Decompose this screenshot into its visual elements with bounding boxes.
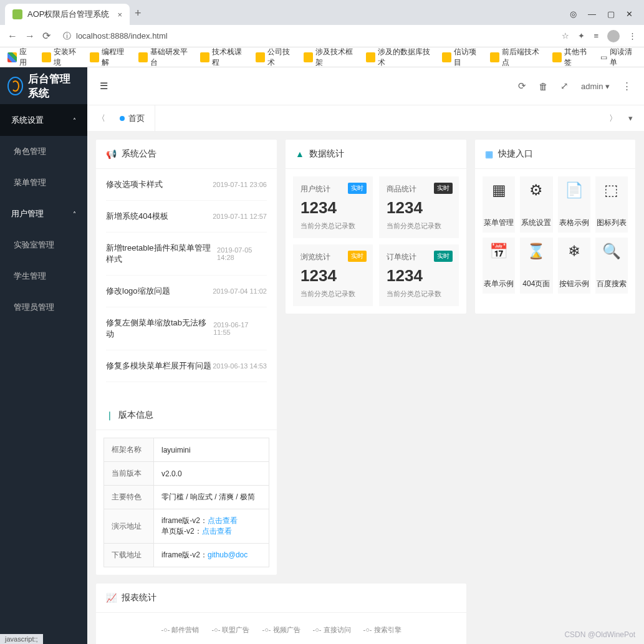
chart-title: 报表统计: [122, 592, 156, 603]
menu-icon[interactable]: ⋮: [628, 31, 637, 41]
site-info-icon[interactable]: ⓘ: [63, 31, 71, 42]
quick-item[interactable]: 🔍百度搜索: [595, 238, 628, 294]
quick-icon: 📄: [565, 181, 584, 199]
legend-item[interactable]: -○- 搜索引擎: [363, 625, 401, 635]
tab-close-icon[interactable]: ×: [117, 10, 122, 19]
tabs-bar: 〈 首页 〉 ▾: [87, 105, 644, 131]
url-input[interactable]: ⓘ localhost:8888/index.html: [58, 28, 554, 44]
sidebar-group-system[interactable]: 系统设置˄: [0, 105, 87, 136]
sidebar: 后台管理系统 系统设置˄ 角色管理 菜单管理 用户管理˄ 实验室管理 学生管理 …: [0, 67, 87, 644]
browser-tab[interactable]: AOP权限后台管理系统 ×: [5, 4, 130, 25]
demo-link-spa[interactable]: 点击查看: [202, 527, 232, 536]
version-table: 框架名称layuimini 当前版本v2.0.0 主要特色零门槛 / 响应式 /…: [103, 438, 269, 567]
notice-item[interactable]: 修改选项卡样式2019-07-11 23:06: [106, 169, 267, 201]
reload-icon[interactable]: ⟳: [42, 30, 50, 42]
chart-icon: 📈: [106, 593, 117, 603]
sidebar-item-menu[interactable]: 菜单管理: [0, 167, 87, 198]
quick-item[interactable]: ▦菜单管理: [483, 176, 515, 233]
sidebar-item-student[interactable]: 学生管理: [0, 261, 87, 292]
user-menu[interactable]: admin ▾: [581, 82, 610, 91]
quick-item[interactable]: 📄表格示例: [558, 176, 590, 233]
download-link[interactable]: github@doc: [208, 550, 248, 559]
quick-icon: ⬚: [604, 181, 618, 199]
legend-item[interactable]: -○- 邮件营销: [161, 625, 199, 635]
quick-icon: ❄: [568, 243, 580, 260]
bookmark-item[interactable]: 安装环境: [42, 47, 81, 68]
bookmark-item[interactable]: 公司技术: [256, 47, 295, 68]
extension-icon[interactable]: ✦: [578, 31, 585, 41]
notice-item[interactable]: 新增treetable插件和菜单管理样式2019-07-05 14:28: [106, 233, 267, 276]
quick-icon: 📅: [489, 243, 508, 260]
notice-item[interactable]: 修复左侧菜单缩放tab无法移动2019-06-17 11:55: [106, 307, 267, 350]
tab-menu-icon[interactable]: ▾: [622, 113, 639, 123]
collapse-sidebar-icon[interactable]: ☰: [100, 80, 108, 92]
quick-card: ▦快捷入口 ▦菜单管理⚙系统设置📄表格示例⬚图标列表📅表单示例⌛404页面❄按钮…: [475, 140, 635, 314]
quick-icon: ▦: [485, 149, 493, 159]
url-text: localhost:8888/index.html: [76, 31, 168, 41]
bookmark-item[interactable]: 涉及技术框架: [304, 47, 357, 68]
notice-item[interactable]: 修改logo缩放问题2019-07-04 11:02: [106, 276, 267, 307]
sidebar-item-role[interactable]: 角色管理: [0, 136, 87, 167]
stat-box: 商品统计1234当前分类总记录数实时: [379, 176, 459, 238]
quick-item[interactable]: ⬚图标列表: [595, 176, 628, 233]
reading-list[interactable]: ▭阅读清单: [600, 47, 637, 68]
bookmark-item[interactable]: 基础研发平台: [138, 47, 192, 68]
demo-link-iframe[interactable]: 点击查看: [208, 516, 238, 525]
forward-icon[interactable]: →: [25, 31, 35, 42]
stats-title: 数据统计: [309, 148, 344, 160]
chevron-up-icon: ˄: [73, 117, 76, 124]
reading-list-icon[interactable]: ≡: [594, 31, 598, 41]
quick-icon: ⌛: [527, 243, 545, 260]
bookmarks-bar: 应用 安装环境 编程理解 基础研发平台 技术栈课程 公司技术 涉及技术框架 涉及…: [0, 47, 644, 67]
watermark: CSDN @OldWinePot: [564, 630, 635, 639]
more-icon[interactable]: ⋮: [622, 80, 632, 92]
quick-icon: ▦: [492, 181, 506, 199]
maximize-icon[interactable]: ▢: [607, 9, 615, 19]
quick-title: 快捷入口: [498, 148, 533, 160]
clear-icon[interactable]: 🗑: [539, 81, 548, 92]
tab-home[interactable]: 首页: [110, 105, 155, 132]
legend-item[interactable]: -○- 视频广告: [262, 625, 300, 635]
bookmark-item[interactable]: 信访项目: [442, 47, 481, 68]
quick-item[interactable]: ⌛404页面: [520, 238, 552, 294]
header: ☰ ⟳ 🗑 ⤢ admin ▾ ⋮: [87, 67, 644, 105]
sidebar-item-admin[interactable]: 管理员管理: [0, 292, 87, 323]
quick-item[interactable]: ❄按钮示例: [558, 238, 590, 294]
back-icon[interactable]: ←: [7, 31, 17, 42]
legend-item[interactable]: -○- 联盟广告: [211, 625, 249, 635]
tab-scroll-left-icon[interactable]: 〈: [92, 113, 110, 124]
tab-title: AOP权限后台管理系统: [27, 9, 109, 20]
notice-item[interactable]: 修复多模块菜单栏展开有问题2019-06-13 14:53: [106, 350, 267, 382]
sidebar-item-lab[interactable]: 实验室管理: [0, 229, 87, 261]
logo[interactable]: 后台管理系统: [0, 67, 87, 105]
bookmark-item[interactable]: 涉及的数据库技术: [366, 47, 433, 68]
apps-shortcut[interactable]: 应用: [7, 47, 33, 68]
bookmark-item[interactable]: 技术栈课程: [200, 47, 247, 68]
bookmark-item[interactable]: 编程理解: [90, 47, 129, 68]
other-bookmarks[interactable]: 其他书签: [552, 47, 592, 68]
chevron-up-icon: ˄: [73, 211, 76, 218]
notice-card: 📢系统公告 修改选项卡样式2019-07-11 23:06新增系统404模板20…: [96, 140, 277, 575]
stat-box: 订单统计1234当前分类总记录数实时: [379, 244, 459, 306]
favicon: [12, 9, 22, 19]
notice-item[interactable]: 新增系统404模板2019-07-11 12:57: [106, 201, 267, 233]
bookmark-item[interactable]: 前后端技术点: [490, 47, 544, 68]
notice-title: 系统公告: [122, 148, 156, 160]
tab-scroll-right-icon[interactable]: 〉: [604, 113, 622, 124]
legend-item[interactable]: -○- 直接访问: [313, 625, 351, 635]
close-window-icon[interactable]: ✕: [626, 9, 633, 19]
refresh-icon[interactable]: ⟳: [518, 80, 526, 92]
quick-item[interactable]: ⚙系统设置: [520, 176, 552, 233]
version-title: 版本信息: [118, 410, 153, 421]
minimize-icon[interactable]: —: [588, 9, 596, 19]
chart-legend[interactable]: -○- 邮件营销-○- 联盟广告-○- 视频广告-○- 直接访问-○- 搜索引擎: [108, 625, 454, 635]
sidebar-group-user[interactable]: 用户管理˄: [0, 198, 87, 229]
fullscreen-icon[interactable]: ⤢: [560, 80, 569, 92]
profile-avatar[interactable]: [607, 30, 620, 42]
status-bar: javascript:;: [0, 634, 43, 644]
star-icon[interactable]: ☆: [562, 31, 569, 41]
stats-card: ▲数据统计 用户统计1234当前分类总记录数实时商品统计1234当前分类总记录数…: [286, 140, 466, 314]
new-tab-button[interactable]: +: [130, 2, 147, 25]
quick-item[interactable]: 📅表单示例: [483, 238, 515, 294]
tab-active-indicator: [120, 116, 125, 121]
